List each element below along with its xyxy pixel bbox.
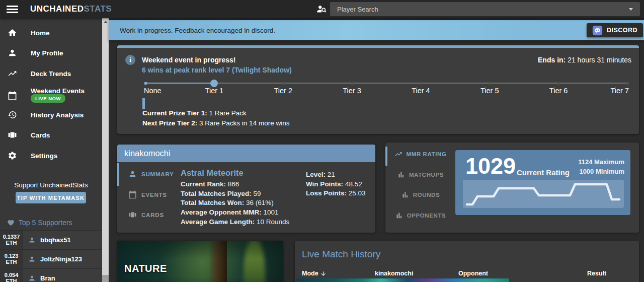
- slider-thumb[interactable]: [210, 80, 218, 87]
- tier-progress-slider[interactable]: [145, 83, 627, 84]
- tab-rounds[interactable]: ROUNDS: [385, 191, 455, 199]
- sidebar-item-label: Cards: [31, 131, 50, 139]
- supporter-row[interactable]: 0.054ETH Bran: [0, 268, 102, 282]
- tab-matchups[interactable]: MATCHUPS: [385, 171, 455, 179]
- supporter-amount: 0.123ETH: [0, 250, 23, 268]
- sidebar-item-weekend-events[interactable]: Weekend Events LIVE NOW: [0, 83, 102, 109]
- stat-line: Total Matches Won: 36 (61%): [181, 198, 289, 208]
- rating-minimum: 1000 Minimum: [578, 167, 624, 176]
- person-icon: [8, 48, 17, 58]
- tab-cards[interactable]: CARDS: [128, 210, 164, 219]
- slider-tick: [557, 82, 560, 85]
- stat-line: Current Rank: 866: [181, 180, 289, 189]
- top-supporters-header: Top 5 Supporters: [7, 219, 72, 227]
- column-header-mode[interactable]: Mode: [302, 270, 327, 277]
- sidebar-item-cards[interactable]: Cards: [0, 126, 102, 144]
- mmr-panel: MMR RATING MATCHUPS ROUNDS OPPONENTS 102…: [385, 143, 639, 233]
- current-prize-line: Current Prize Tier 1: 1 Rare Pack: [142, 109, 247, 117]
- tab-summary[interactable]: SUMMARY: [128, 170, 174, 178]
- app-logo[interactable]: UNCHAINEDSTATS: [30, 4, 112, 14]
- tier-label: Tier 1: [205, 87, 224, 95]
- sidebar-item-label: Deck Trends: [31, 70, 71, 78]
- event-subtitle: 6 wins at peak rank level 7 (Twilight Sh…: [142, 66, 292, 74]
- tier-label: Tier 3: [343, 87, 361, 95]
- bar-chart-icon: [395, 212, 403, 220]
- tab-events[interactable]: EVENTS: [128, 190, 167, 199]
- sidebar-item-home[interactable]: Home: [0, 24, 102, 41]
- tier-label: None: [144, 87, 162, 95]
- rating-maximum: 1124 Maximum: [578, 157, 624, 167]
- sidebar-item-deck-trends[interactable]: Deck Trends: [0, 65, 102, 82]
- supporter-name: JoltzNinja123: [40, 255, 82, 263]
- sort-arrow-down-icon: [320, 270, 327, 277]
- column-header-result[interactable]: Result: [587, 270, 606, 277]
- live-now-badge: LIVE NOW: [31, 94, 65, 103]
- search-placeholder: Player Search: [337, 6, 629, 13]
- menu-icon[interactable]: [7, 6, 18, 14]
- sidebar-scrollbar[interactable]: [102, 18, 109, 282]
- bar-chart-icon: [397, 171, 405, 179]
- supporter-amount: 0.054ETH: [0, 269, 23, 282]
- support-title: Support UnchainedStats: [0, 181, 102, 189]
- current-rating-value: 1029: [465, 153, 516, 179]
- tier-labels: None Tier 1 Tier 2 Tier 3 Tier 4 Tier 5 …: [145, 87, 627, 96]
- stat-line: Average Opponent MMR: 1001: [181, 208, 289, 218]
- calendar-icon: [128, 190, 137, 199]
- player-search-input[interactable]: Player Search: [330, 2, 640, 16]
- info-icon: i: [125, 55, 135, 65]
- rating-min-max: 1124 Maximum 1000 Minimum: [578, 157, 624, 176]
- sidebar-item-history-analysis[interactable]: History Analysis: [0, 106, 102, 123]
- supporter-row[interactable]: 0.123ETH JoltzNinja123: [0, 249, 102, 268]
- discord-button-label: DISCORD: [607, 27, 637, 34]
- deck-card-nature[interactable]: NATURE: [117, 241, 283, 282]
- supporter-amount: 0.1337ETH: [0, 231, 23, 249]
- stat-line: Win Points: 48.52: [306, 180, 366, 189]
- person-search-icon: [316, 4, 327, 15]
- event-ends-in: Ends in: 21 hours 31 minutes: [538, 56, 631, 64]
- match-row-images[interactable]: [296, 278, 509, 282]
- person-icon: [28, 236, 36, 244]
- player-side-stats: Level: 21 Win Points: 48.52 Loss Points:…: [306, 170, 366, 198]
- tab-label: CARDS: [141, 212, 164, 218]
- column-header-player[interactable]: kinakomochi: [375, 270, 413, 277]
- column-header-opponent[interactable]: Opponent: [458, 270, 488, 277]
- mmr-chart: [463, 180, 624, 208]
- slider-tick: [489, 82, 491, 85]
- sidebar-item-label: Weekend Events: [31, 87, 85, 95]
- wip-banner: Work in progress. Feedback encouraged in…: [109, 20, 644, 40]
- slider-tick: [282, 82, 285, 85]
- tier-label: Tier 4: [412, 87, 430, 95]
- discord-button[interactable]: DISCORD: [587, 23, 643, 37]
- deck-name-label: NATURE: [124, 263, 167, 274]
- trending-up-icon: [8, 69, 17, 79]
- player-name-header: kinakomochi: [117, 145, 375, 162]
- live-match-history-panel: Live Match History Mode kinakomochi Oppo…: [295, 241, 639, 282]
- deck-art: [117, 241, 283, 282]
- history-icon: [8, 110, 17, 120]
- sidebar-item-settings[interactable]: Settings: [0, 147, 102, 164]
- bar-chart-icon: [401, 191, 409, 199]
- tab-label: ROUNDS: [413, 192, 440, 198]
- stat-line: Loss Points: 25.03: [306, 189, 366, 198]
- current-rating-label: Current Rating: [517, 168, 570, 177]
- prize-cursor-bar: [142, 98, 145, 109]
- tip-with-metamask-button[interactable]: TIP WITH METAMASK: [16, 192, 86, 203]
- weekend-event-panel: i Weekend event in progress! 6 wins at p…: [117, 45, 639, 134]
- tab-opponents[interactable]: OPPONENTS: [385, 212, 455, 220]
- top-bar: UNCHAINEDSTATS Player Search: [0, 0, 644, 18]
- next-prize-line: Next Prize Tier 2: 3 Rare Packs in 14 mo…: [142, 119, 289, 127]
- gear-icon: [8, 151, 17, 161]
- tier-label: Tier 2: [274, 87, 292, 95]
- supporter-row[interactable]: 0.1337ETH bbqhax51: [0, 230, 102, 249]
- supporter-name: bbqhax51: [40, 236, 71, 244]
- tab-mmr-rating[interactable]: MMR RATING: [385, 150, 455, 158]
- tier-label: Tier 5: [480, 87, 499, 95]
- sidebar-item-my-profile[interactable]: My Profile: [0, 44, 102, 61]
- player-stats: Current Rank: 866 Total Matches Played: …: [181, 180, 289, 227]
- person-icon: [28, 274, 36, 282]
- scroll-up-button[interactable]: [102, 18, 109, 26]
- mmr-rating-card: 1029 Current Rating 1124 Maximum 1000 Mi…: [455, 150, 630, 215]
- chevron-down-icon[interactable]: [629, 8, 633, 11]
- main-content: Work in progress. Feedback encouraged in…: [109, 18, 644, 282]
- scrollbar-thumb[interactable]: [102, 26, 109, 275]
